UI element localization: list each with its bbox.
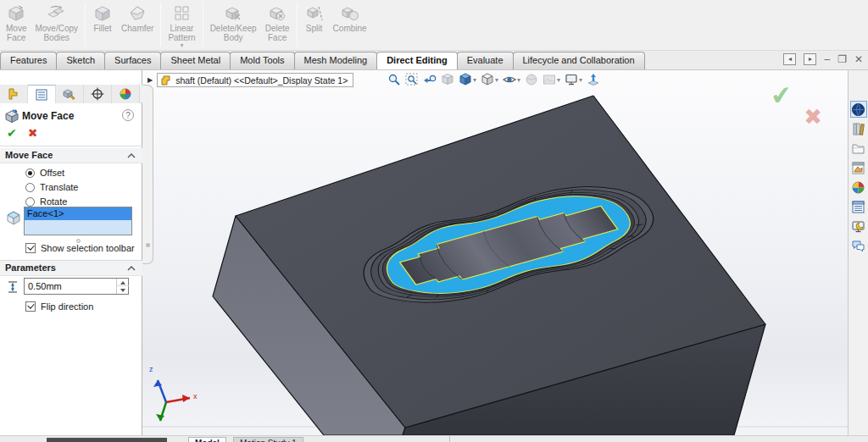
- radio-button[interactable]: [25, 197, 35, 207]
- move-copy-bodies-icon: [47, 4, 66, 23]
- collapse-pane-right-icon[interactable]: ▸: [804, 53, 816, 65]
- show-selection-toolbar-checkbox[interactable]: Show selection toolbar: [25, 243, 135, 253]
- view-settings-button[interactable]: ▾: [564, 72, 583, 87]
- tab-lifecycle-collaboration[interactable]: Lifecycle and Collaboration: [513, 52, 645, 69]
- radio-rotate[interactable]: Rotate: [25, 196, 67, 207]
- collapse-chevron-icon[interactable]: [127, 266, 136, 271]
- chevron-down-icon[interactable]: ▾: [517, 76, 520, 84]
- group-header-move-face[interactable]: Move Face: [0, 148, 142, 163]
- display-style-button[interactable]: ▾: [480, 72, 499, 87]
- document-name-box[interactable]: shaft (Default) <<Default>_Display State…: [157, 73, 353, 87]
- confirm-accept-button[interactable]: ✔: [769, 80, 793, 111]
- distance-input[interactable]: [25, 279, 116, 294]
- zoom-to-area-button[interactable]: [404, 72, 420, 87]
- move-copy-bodies-button[interactable]: Move/Copy Bodies: [31, 3, 82, 44]
- tab-mesh-modeling[interactable]: Mesh Modeling: [294, 52, 378, 69]
- forum-monitor-icon: [851, 219, 865, 234]
- tab-displaymanager[interactable]: [112, 85, 140, 103]
- cancel-button[interactable]: ✖: [28, 126, 38, 140]
- radio-translate[interactable]: Translate: [25, 181, 78, 193]
- tab-features[interactable]: Features: [0, 52, 57, 69]
- spin-down-button[interactable]: [117, 286, 129, 294]
- flip-direction-checkbox[interactable]: Flip direction: [25, 301, 93, 312]
- chamfer-button[interactable]: Chamfer: [117, 3, 158, 35]
- minimize-icon[interactable]: –: [824, 53, 830, 65]
- tab-scrollbar[interactable]: [47, 438, 167, 442]
- group-header-parameters[interactable]: Parameters: [0, 261, 142, 276]
- chevron-down-icon[interactable]: ▾: [579, 76, 582, 84]
- feature-tree-flyout-tab[interactable]: [142, 85, 153, 264]
- checkbox[interactable]: [25, 301, 36, 312]
- tab-propertymanager[interactable]: [28, 85, 56, 103]
- motion-study-tab[interactable]: Motion Study 1: [233, 437, 303, 442]
- button-label: Delete: [265, 24, 290, 33]
- spin-up-button[interactable]: [117, 279, 129, 286]
- linear-pattern-button[interactable]: Linear Pattern ▾: [164, 3, 199, 50]
- delete-face-button[interactable]: Delete Face: [261, 3, 294, 44]
- property-manager-panel: Move Face ? ✔ ✖ Move Face Offset Transla…: [0, 70, 142, 435]
- design-library-icon: [851, 122, 865, 136]
- fillet-button[interactable]: Fillet: [88, 3, 117, 35]
- button-label: Move: [6, 24, 26, 33]
- move-face-feature-icon: [5, 109, 19, 124]
- view-orientation-button[interactable]: ▾: [458, 72, 477, 87]
- tab-sheet-metal[interactable]: Sheet Metal: [160, 52, 231, 69]
- file-explorer-button[interactable]: [850, 140, 867, 157]
- custom-properties-button[interactable]: [850, 198, 867, 215]
- tab-sketch[interactable]: Sketch: [56, 52, 105, 69]
- comments-button[interactable]: [850, 237, 867, 254]
- chevron-down-icon[interactable]: ▾: [473, 76, 476, 84]
- restore-icon[interactable]: ❐: [837, 53, 847, 65]
- design-library-button[interactable]: [850, 120, 867, 137]
- previous-view-button[interactable]: [422, 72, 437, 87]
- section-view-button[interactable]: [440, 72, 455, 87]
- face-selection-icon: [6, 210, 21, 225]
- collapse-chevron-icon[interactable]: [127, 153, 136, 158]
- tab-dimxpertmanager[interactable]: [84, 85, 112, 103]
- distance-spinbox: [24, 278, 129, 295]
- checkbox[interactable]: [25, 243, 36, 253]
- combine-button[interactable]: Combine: [329, 3, 371, 35]
- help-icon[interactable]: ?: [122, 109, 134, 121]
- confirm-cancel-button[interactable]: ✖: [804, 104, 822, 130]
- task-pane-strip: [848, 70, 868, 442]
- appearances-button[interactable]: [850, 179, 867, 196]
- move-face-button[interactable]: Move Face: [2, 3, 31, 44]
- tab-evaluate[interactable]: Evaluate: [457, 52, 514, 69]
- view-palette-button[interactable]: [850, 159, 867, 176]
- hide-show-items-button[interactable]: ▾: [502, 72, 521, 87]
- solidworks-forum-button[interactable]: [850, 218, 867, 235]
- collapse-pane-left-icon[interactable]: ◂: [783, 53, 796, 65]
- chamfer-icon: [128, 4, 147, 23]
- delete-keep-body-icon: [224, 4, 242, 23]
- instant-3d-button[interactable]: [586, 72, 601, 87]
- model-tab[interactable]: Model: [188, 437, 226, 442]
- combine-icon: [341, 4, 359, 23]
- radio-button[interactable]: [25, 169, 35, 178]
- threedexperience-button[interactable]: [850, 101, 867, 118]
- apply-scene-button[interactable]: ▾: [542, 72, 561, 87]
- flyout-arrow-icon[interactable]: ▶: [147, 76, 153, 84]
- button-label: Face: [7, 33, 25, 42]
- chevron-down-icon[interactable]: ▾: [495, 76, 498, 84]
- appearances-sphere-icon: [851, 180, 865, 195]
- selection-item[interactable]: Face<1>: [25, 207, 131, 220]
- chevron-down-icon[interactable]: ▾: [181, 42, 184, 48]
- ok-button[interactable]: ✔: [7, 126, 17, 140]
- tab-direct-editing[interactable]: Direct Editing: [376, 52, 458, 69]
- tab-mold-tools[interactable]: Mold Tools: [230, 52, 294, 69]
- close-icon[interactable]: ✕: [854, 53, 863, 65]
- radio-button[interactable]: [25, 183, 35, 192]
- split-button[interactable]: Split: [300, 3, 329, 35]
- zoom-to-fit-button[interactable]: [387, 72, 402, 87]
- toolbar-separator: [160, 3, 161, 47]
- delete-keep-body-button[interactable]: Delete/Keep Body: [206, 3, 261, 44]
- radio-offset[interactable]: Offset: [25, 167, 64, 179]
- selection-listbox[interactable]: Face<1>: [24, 207, 132, 235]
- tab-featuremanager-tree[interactable]: [0, 85, 28, 103]
- tab-surfaces[interactable]: Surfaces: [104, 52, 161, 69]
- graphics-viewport[interactable]: z x ▶ shaft (Default) <<Default>_Display…: [142, 70, 848, 435]
- edit-appearance-button[interactable]: [524, 72, 539, 87]
- chevron-down-icon[interactable]: ▾: [557, 76, 560, 84]
- tab-configurationmanager[interactable]: [56, 85, 84, 103]
